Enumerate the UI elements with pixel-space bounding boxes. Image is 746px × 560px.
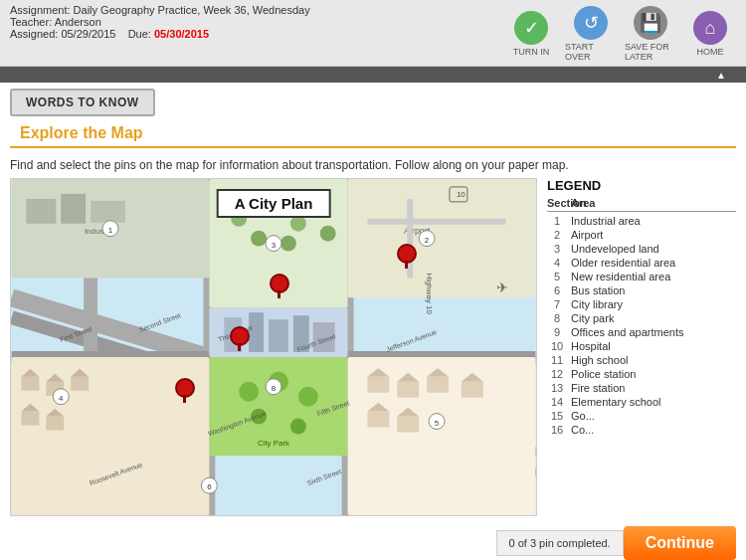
svg-rect-36 xyxy=(71,377,89,391)
legend-num: 6 xyxy=(547,284,567,296)
legend-num: 14 xyxy=(547,396,567,408)
svg-text:5: 5 xyxy=(435,419,440,428)
svg-text:6: 6 xyxy=(207,482,212,491)
header-bar: Assignment: Daily Geography Practice, We… xyxy=(0,0,746,67)
legend-num: 1 xyxy=(547,215,567,227)
pin-stem-2 xyxy=(238,343,241,351)
due-date: 05/30/2015 xyxy=(154,28,209,40)
legend-area: Hospital xyxy=(571,340,736,352)
legend-row: 7City library xyxy=(547,297,736,311)
home-button[interactable]: ⌂ HOME xyxy=(684,11,736,57)
svg-text:4: 4 xyxy=(59,394,64,403)
legend-num: 10 xyxy=(547,340,567,352)
words-btn-bar: WORDS TO KNOW xyxy=(0,83,746,122)
legend-num: 9 xyxy=(547,326,567,338)
svg-rect-53 xyxy=(397,417,419,433)
svg-point-21 xyxy=(251,231,267,247)
legend-row: 3Undeveloped land xyxy=(547,242,736,256)
arrow-indicator: ▲ xyxy=(716,70,726,81)
map-pin-3[interactable] xyxy=(175,378,195,404)
svg-rect-14 xyxy=(91,201,125,223)
legend-area: Police station xyxy=(571,368,736,380)
svg-rect-13 xyxy=(61,194,86,224)
legend-row: 2Airport xyxy=(547,228,736,242)
legend-area-col: Area xyxy=(571,197,736,209)
svg-point-23 xyxy=(320,226,336,242)
svg-text:10: 10 xyxy=(457,190,466,199)
map-pin-2[interactable] xyxy=(230,326,250,352)
legend-row: 12Police station xyxy=(547,367,736,381)
save-icon: 💾 xyxy=(634,6,667,40)
pin-stem-4 xyxy=(405,261,408,269)
progress-text: 0 of 3 pin completed. xyxy=(496,530,624,556)
legend-num: 7 xyxy=(547,298,567,310)
legend-area: City library xyxy=(571,298,736,310)
legend-area: Older residential area xyxy=(571,257,736,269)
pin-stem-3 xyxy=(183,395,186,403)
legend-row: 15Go... xyxy=(547,409,736,423)
svg-point-27 xyxy=(298,387,318,407)
start-over-button[interactable]: ↺ START OVER xyxy=(565,6,617,62)
legend-area: Elementary school xyxy=(571,396,736,408)
legend-header: Section Area xyxy=(547,197,736,212)
svg-text:1: 1 xyxy=(108,226,113,235)
assignment-label: Assignment: xyxy=(10,4,71,16)
legend-num: 15 xyxy=(547,410,567,422)
map-container: A City Plan Airport Industr xyxy=(10,178,537,516)
legend-area: High school xyxy=(571,354,736,366)
assignment-info: Assignment: Daily Geography Practice, We… xyxy=(10,4,310,40)
home-icon: ⌂ xyxy=(693,11,727,45)
legend-num: 12 xyxy=(547,368,567,380)
due-label: Due: xyxy=(128,28,151,40)
svg-rect-57 xyxy=(249,312,264,352)
legend-row: 11High school xyxy=(547,353,736,367)
turn-in-button[interactable]: ✓ TURN IN xyxy=(505,11,557,57)
continue-button[interactable]: Continue xyxy=(624,526,736,560)
legend-row: 10Hospital xyxy=(547,339,736,353)
legend-num: 2 xyxy=(547,229,567,241)
svg-rect-38 xyxy=(22,412,40,426)
legend-area: Offices and apartments xyxy=(571,326,736,338)
legend-num: 3 xyxy=(547,243,567,255)
main-content: A City Plan Airport Industr xyxy=(0,178,746,516)
svg-rect-45 xyxy=(397,382,419,398)
legend-area: Industrial area xyxy=(571,215,736,227)
legend-row: 16Co... xyxy=(547,423,736,437)
assigned-date: 05/29/2015 xyxy=(61,28,115,40)
legend-row: 14Elementary school xyxy=(547,395,736,409)
legend-num: 13 xyxy=(547,382,567,394)
svg-point-25 xyxy=(239,382,259,402)
assigned-label: Assigned: xyxy=(10,28,58,40)
legend-row: 9Offices and apartments xyxy=(547,325,736,339)
legend-row: 6Bus station xyxy=(547,283,736,297)
legend-row: 5New residential area xyxy=(547,270,736,283)
svg-point-22 xyxy=(280,236,296,252)
legend-num: 11 xyxy=(547,354,567,366)
svg-rect-43 xyxy=(367,377,389,393)
start-over-icon: ↺ xyxy=(574,6,608,40)
legend-num: 5 xyxy=(547,271,567,282)
toolbar: ✓ TURN IN ↺ START OVER 💾 SAVE FOR LATER … xyxy=(505,4,736,62)
svg-rect-51 xyxy=(367,412,389,428)
arrow-bar: ▲ xyxy=(0,67,746,83)
words-to-know-button[interactable]: WORDS TO KNOW xyxy=(10,89,155,116)
svg-rect-58 xyxy=(269,319,288,352)
legend-area: Go... xyxy=(571,410,736,422)
legend-area: Co... xyxy=(571,424,736,436)
save-for-later-button[interactable]: 💾 SAVE FOR LATER xyxy=(625,6,676,62)
svg-point-29 xyxy=(290,419,306,435)
legend-area: New residential area xyxy=(571,271,736,282)
bottom-bar: 0 of 3 pin completed. Continue xyxy=(496,526,746,560)
svg-text:Highway 10: Highway 10 xyxy=(425,273,434,314)
teacher-name: Anderson xyxy=(55,16,101,28)
legend-row: 13Fire station xyxy=(547,381,736,395)
map-pin-4[interactable] xyxy=(397,244,417,270)
legend-area: Fire station xyxy=(571,382,736,394)
svg-point-19 xyxy=(290,216,306,232)
svg-rect-9 xyxy=(367,219,505,225)
map-pin-1[interactable] xyxy=(270,274,289,299)
turn-in-icon: ✓ xyxy=(514,11,548,45)
svg-text:3: 3 xyxy=(272,241,277,250)
legend-container: LEGEND Section Area 1Industrial area2Air… xyxy=(547,178,736,516)
assignment-title: Daily Geography Practice, Week 36, Wedne… xyxy=(74,4,310,16)
